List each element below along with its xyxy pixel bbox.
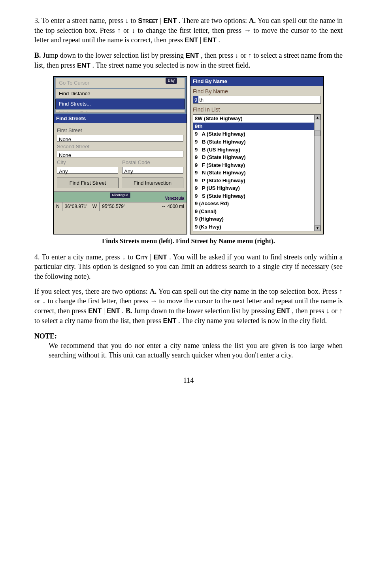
city-field[interactable]: Any xyxy=(57,167,118,174)
text: . The street name you selected is now in… xyxy=(92,61,251,69)
note-body: We recommend that you do not enter a cit… xyxy=(49,341,343,360)
list-item[interactable]: 9 (Highway) xyxy=(193,215,320,223)
text: . xyxy=(122,307,126,315)
find-streets-panel: Bay Go To Cursor Find Distance Find Stre… xyxy=(53,76,187,234)
status-lat: 36°08.971' xyxy=(62,202,90,210)
key-ent: ENT xyxy=(163,17,177,25)
option-b-label: B. xyxy=(126,307,132,315)
text: 4. To enter a city name, press ↓ to xyxy=(34,253,136,261)
map-menu-area: Bay Go To Cursor Find Distance Find Stre… xyxy=(54,77,187,114)
key-ent: ENT xyxy=(186,52,199,59)
bay-label: Bay xyxy=(166,78,177,84)
page-number: 114 xyxy=(34,376,343,385)
list-item[interactable]: 9 N (State Highway) xyxy=(193,169,320,177)
figure-row: Bay Go To Cursor Find Distance Find Stre… xyxy=(34,76,343,234)
key-ent: ENT xyxy=(185,36,198,44)
key-ent: ENT xyxy=(154,253,167,261)
list-item[interactable]: 9 D (State Highway) xyxy=(193,153,320,161)
name-entry-selected-char: 9 xyxy=(193,96,198,103)
para-city-entry: 4. To enter a city name, press ↓ to City… xyxy=(34,252,343,282)
status-bar: N 36°08.971' W 95°50.579' ↔ 4000 mi xyxy=(54,202,187,210)
postal-field[interactable]: Any xyxy=(122,167,183,174)
name-entry-rest: th xyxy=(198,96,204,104)
find-intersection-button[interactable]: Find Intersection xyxy=(122,178,183,189)
note-not: not xyxy=(135,342,144,350)
find-streets-form: First Street None Second Street None Cit… xyxy=(54,123,187,190)
pipe: | xyxy=(150,253,152,261)
key-ent: ENT xyxy=(88,307,102,315)
find-first-street-button[interactable]: Find First Street xyxy=(57,178,119,189)
first-street-label: First Street xyxy=(57,127,183,134)
find-in-list-label: Find In List xyxy=(190,105,323,114)
key-ent: ENT xyxy=(277,307,290,315)
list-item[interactable]: 8W (State Highway) xyxy=(193,115,320,123)
note-heading: NOTE: xyxy=(34,331,343,341)
menu-highway-exits[interactable]: Highway Exits xyxy=(55,110,185,113)
para-option-b: B. Jump down to the lower selection list… xyxy=(34,51,343,70)
key-city: City xyxy=(136,253,148,261)
text: . There are two options: xyxy=(179,17,249,25)
list-item[interactable]: 9 B (State Highway) xyxy=(193,138,320,146)
para-city-options: If you select yes, there are two options… xyxy=(34,287,343,325)
list-item[interactable]: 9 (Canal) xyxy=(193,208,320,216)
find-streets-titlebar: Find Streets xyxy=(54,114,187,123)
find-by-name-titlebar: Find By Name xyxy=(190,77,323,86)
key-ent: ENT xyxy=(107,307,120,315)
city-label: City xyxy=(57,159,118,166)
status-scale: ↔ 4000 mi xyxy=(159,202,187,210)
venezuela-label: Venezeula xyxy=(165,196,184,201)
pipe: | xyxy=(104,307,105,315)
key-ent: ENT xyxy=(163,317,176,325)
list-item[interactable]: 9 B (US Highway) xyxy=(193,146,320,154)
menu-find-distance[interactable]: Find Distance xyxy=(55,89,185,99)
list-item[interactable]: 9 F (State Highway) xyxy=(193,161,320,169)
name-entry-field[interactable]: 9 th xyxy=(193,96,321,104)
text: Jump down to the lower selection list by… xyxy=(134,307,277,315)
option-b-label: B. xyxy=(34,51,41,59)
list-item[interactable]: 9 (Ks Hwy) xyxy=(193,223,320,231)
first-street-field[interactable]: None xyxy=(57,135,183,142)
scroll-down-icon[interactable]: ▼ xyxy=(315,225,320,231)
text: We recommend that you do xyxy=(49,342,135,350)
scrollbar[interactable]: ▲ ▼ xyxy=(314,115,320,231)
status-n: N xyxy=(54,202,62,210)
scroll-up-icon[interactable]: ▲ xyxy=(315,115,320,120)
status-w: W xyxy=(90,202,100,210)
option-a-label: A. xyxy=(150,287,157,295)
pipe: | xyxy=(200,36,202,44)
option-a-label: A. xyxy=(249,17,256,25)
map-strip: Nicaragua Venezeula xyxy=(54,191,187,202)
nicaragua-label: Nicaragua xyxy=(110,193,130,197)
figure-caption: Finds Streets menu (left). Find Street b… xyxy=(34,237,343,246)
list-item[interactable]: 9 (Access Rd) xyxy=(193,200,320,208)
text: Jump down to the lower selection list by… xyxy=(43,51,185,59)
list-item[interactable]: 9 A (State Highway) xyxy=(193,130,320,138)
text: If you select yes, there are two options… xyxy=(34,287,150,295)
list-item[interactable]: 9 S (State Highway) xyxy=(193,192,320,200)
key-ent: ENT xyxy=(203,36,217,44)
second-street-label: Second Street xyxy=(57,143,183,150)
list-item[interactable]: 9th xyxy=(193,123,320,130)
key-ent: ENT xyxy=(77,62,90,69)
list-item[interactable]: 9 P (State Highway) xyxy=(193,177,320,185)
list-item[interactable]: 9 P (US Highway) xyxy=(193,184,320,192)
find-by-name-panel: Find By Name Find By Name 9 th Find In L… xyxy=(190,76,324,234)
second-street-field[interactable]: None xyxy=(57,151,183,157)
status-lon: 95°50.579' xyxy=(100,202,127,210)
text: . xyxy=(218,36,220,44)
scroll-thumb[interactable] xyxy=(315,130,320,136)
text: 3. To enter a street name, press ↓ to xyxy=(34,17,138,25)
street-list[interactable]: 8W (State Highway)9th9 A (State Highway)… xyxy=(193,114,321,231)
text: . The city name you selected is now in t… xyxy=(178,317,327,325)
pipe: | xyxy=(160,17,162,25)
key-street: Street xyxy=(138,17,158,25)
find-by-name-subtitle: Find By Name xyxy=(190,86,323,96)
para-street-entry: 3. To enter a street name, press ↓ to St… xyxy=(34,16,343,45)
postal-label: Postal Code xyxy=(122,159,183,166)
menu-find-streets[interactable]: Find Streets... xyxy=(55,99,185,109)
